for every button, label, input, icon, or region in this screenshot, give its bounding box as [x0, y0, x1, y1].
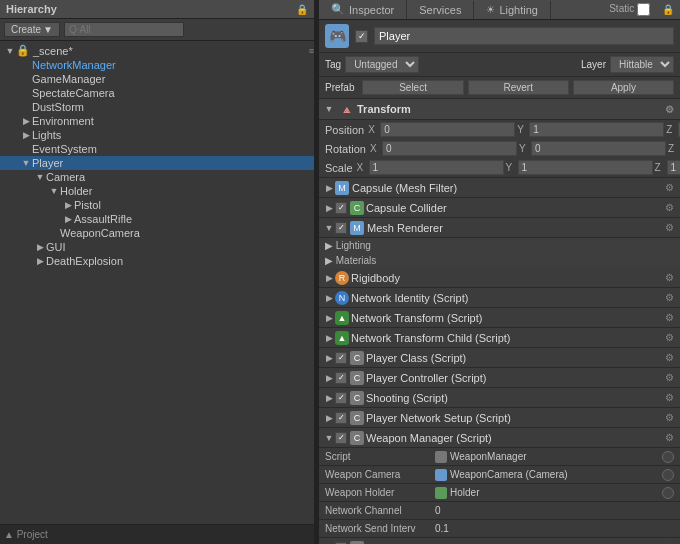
tree-item-gamemanager[interactable]: GameManager [0, 72, 314, 86]
pos-x-input[interactable] [380, 122, 515, 137]
rot-y-input[interactable] [531, 141, 666, 156]
tree-item-gui[interactable]: ▶ GUI [0, 240, 314, 254]
tree-item-pistol[interactable]: ▶ Pistol [0, 198, 314, 212]
mesh-renderer-name: Mesh Renderer [367, 222, 663, 234]
gm-label: GameManager [32, 73, 314, 85]
rigidbody-settings-icon[interactable]: ⚙ [663, 272, 676, 283]
player-ctrl-header[interactable]: ▶ C Player Controller (Script) ⚙ [319, 368, 680, 388]
static-checkbox[interactable] [637, 3, 650, 16]
tab-services[interactable]: Services [407, 1, 474, 19]
capsule-mesh-filter-header[interactable]: ▶ M Capsule (Mesh Filter) ⚙ [319, 178, 680, 198]
net-identity-settings-icon[interactable]: ⚙ [663, 292, 676, 303]
player-class-name: Player Class (Script) [366, 352, 663, 364]
layer-select[interactable]: Hittable [610, 56, 674, 73]
capsule-collider-header[interactable]: ▶ C Capsule Collider ⚙ [319, 198, 680, 218]
tree-item-weaponcamera[interactable]: WeaponCamera [0, 226, 314, 240]
materials-subsection[interactable]: ▶ Materials [319, 253, 680, 268]
apply-prefab-button[interactable]: Apply [573, 80, 674, 95]
player-net-setup-checkbox[interactable] [335, 412, 347, 424]
hierarchy-lock-icon[interactable]: 🔒 [296, 4, 308, 15]
capsule-col-name: Capsule Collider [366, 202, 663, 214]
position-row: Position X Y Z [319, 120, 680, 139]
search-input[interactable] [64, 22, 184, 37]
object-active-checkbox[interactable] [355, 30, 368, 43]
revert-prefab-button[interactable]: Revert [468, 80, 569, 95]
rigidbody-icon: R [335, 271, 349, 285]
tab-inspector[interactable]: 🔍 Inspector [319, 0, 407, 19]
tree-item-assaultrifle[interactable]: ▶ AssaultRifle [0, 212, 314, 226]
capsule-mesh-settings-icon[interactable]: ⚙ [663, 182, 676, 193]
player-class-icon: C [350, 351, 364, 365]
script-circle[interactable] [662, 451, 674, 463]
object-icon: 🎮 [325, 24, 349, 48]
weapon-mgr-icon: C [350, 431, 364, 445]
net-transform-child-header[interactable]: ▶ ▲ Network Transform Child (Script) ⚙ [319, 328, 680, 348]
scene-menu-icon: ≡ [309, 46, 314, 56]
tree-item-player[interactable]: ▼ Player [0, 156, 314, 170]
pos-y-input[interactable] [529, 122, 664, 137]
scale-x-input[interactable] [369, 160, 504, 175]
create-button[interactable]: Create ▼ [4, 22, 60, 37]
mesh-renderer-header[interactable]: ▼ M Mesh Renderer ⚙ [319, 218, 680, 238]
player-ctrl-checkbox[interactable] [335, 372, 347, 384]
shooting-checkbox[interactable] [335, 392, 347, 404]
rotation-row: Rotation X Y Z [319, 139, 680, 158]
mesh-renderer-checkbox[interactable] [335, 222, 347, 234]
player-class-settings-icon[interactable]: ⚙ [663, 352, 676, 363]
weapon-mgr-arrow: ▼ [323, 433, 335, 443]
capsule-col-settings-icon[interactable]: ⚙ [663, 202, 676, 213]
scale-z-input[interactable] [667, 160, 680, 175]
shooting-settings-icon[interactable]: ⚙ [663, 392, 676, 403]
shooting-arrow: ▶ [323, 393, 335, 403]
inspector-pin-icon[interactable]: 🔒 [656, 1, 680, 18]
tree-item-holder[interactable]: ▼ Holder [0, 184, 314, 198]
lighting-subsection[interactable]: ▶ Lighting [319, 238, 680, 253]
weapon-holder-circle[interactable] [662, 487, 674, 499]
weapon-camera-circle[interactable] [662, 469, 674, 481]
holder-icon [435, 487, 447, 499]
transform-settings-icon[interactable]: ⚙ [663, 104, 676, 115]
weapon-camera-label: Weapon Camera [325, 469, 435, 480]
tag-select[interactable]: Untagged [345, 56, 419, 73]
shooting-header[interactable]: ▶ C Shooting (Script) ⚙ [319, 388, 680, 408]
weapon-mgr-checkbox[interactable] [335, 432, 347, 444]
tree-item-networkmanager[interactable]: NetworkManager [0, 58, 314, 72]
weapon-holder-row: Weapon Holder Holder [319, 484, 680, 502]
tab-lighting[interactable]: ☀ Lighting [474, 1, 551, 19]
player-net-setup-settings-icon[interactable]: ⚙ [663, 412, 676, 423]
net-identity-header[interactable]: ▶ N Network Identity (Script) ⚙ [319, 288, 680, 308]
player-class-header[interactable]: ▶ C Player Class (Script) ⚙ [319, 348, 680, 368]
tree-item-deathexplosion[interactable]: ▶ DeathExplosion [0, 254, 314, 268]
weapon-camera-row: Weapon Camera WeaponCamera (Camera) [319, 466, 680, 484]
select-prefab-button[interactable]: Select [362, 80, 463, 95]
player-ctrl-settings-icon[interactable]: ⚙ [663, 372, 676, 383]
tree-item-spectatecamera[interactable]: SpectateCamera [0, 86, 314, 100]
capsule-mesh-icon: M [335, 181, 349, 195]
transform-header[interactable]: ▼ ⟁ Transform ⚙ [319, 99, 680, 120]
net-transform-header[interactable]: ▶ ▲ Network Transform (Script) ⚙ [319, 308, 680, 328]
weapon-mgr-name: Weapon Manager (Script) [366, 432, 663, 444]
inspector-lock-icon[interactable]: Static [603, 0, 656, 19]
tree-item-scene[interactable]: ▼ 🔒 _scene* ≡ [0, 43, 314, 58]
object-name-input[interactable] [374, 27, 674, 45]
tree-item-environment[interactable]: ▶ Environment [0, 114, 314, 128]
player-class-checkbox[interactable] [335, 352, 347, 364]
rigidbody-header[interactable]: ▶ R Rigidbody ⚙ [319, 268, 680, 288]
tree-item-duststorm[interactable]: DustStorm [0, 100, 314, 114]
tree-item-lights[interactable]: ▶ Lights [0, 128, 314, 142]
inspector-tabs: 🔍 Inspector Services ☀ Lighting Static 🔒 [319, 0, 680, 20]
tree-item-eventsystem[interactable]: EventSystem [0, 142, 314, 156]
net-transform-child-settings-icon[interactable]: ⚙ [663, 332, 676, 343]
mesh-renderer-settings-icon[interactable]: ⚙ [663, 222, 676, 233]
scale-y-input[interactable] [518, 160, 653, 175]
weapon-mgr-header[interactable]: ▼ C Weapon Manager (Script) ⚙ [319, 428, 680, 448]
capsule-col-checkbox[interactable] [335, 202, 347, 214]
rot-x-input[interactable] [382, 141, 517, 156]
rotation-label: Rotation [325, 143, 366, 155]
tree-item-camera[interactable]: ▼ Camera [0, 170, 314, 184]
net-channel-row: Network Channel 0 [319, 502, 680, 520]
player-ui-header[interactable]: ▶ C Player UI Manager (Script) ⚙ [319, 538, 680, 544]
weapon-mgr-settings-icon[interactable]: ⚙ [663, 432, 676, 443]
player-net-setup-header[interactable]: ▶ C Player Network Setup (Script) ⚙ [319, 408, 680, 428]
net-transform-settings-icon[interactable]: ⚙ [663, 312, 676, 323]
